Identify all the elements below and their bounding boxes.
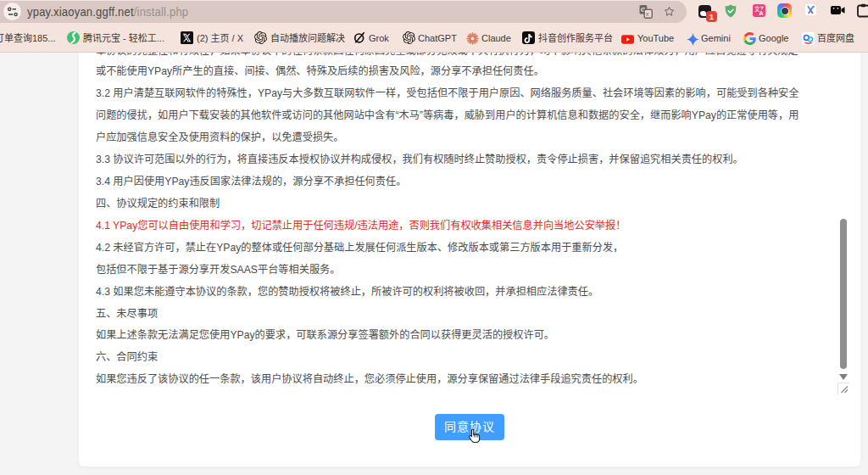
- svg-text:A: A: [760, 10, 764, 16]
- svg-text:x: x: [646, 11, 649, 17]
